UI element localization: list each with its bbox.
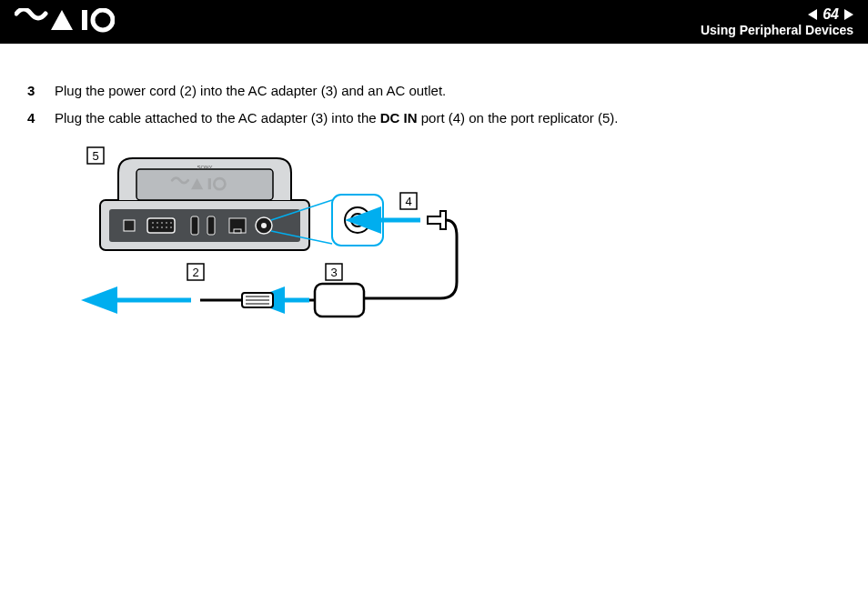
svg-point-25 xyxy=(356,218,359,222)
step-text: Plug the power cord (2) into the AC adap… xyxy=(55,80,446,102)
page-number: 64 xyxy=(823,6,839,23)
callout-5: 5 xyxy=(87,147,104,164)
step-text-bold: DC IN xyxy=(380,110,418,126)
vaio-logo xyxy=(15,8,115,35)
vaio-logo-icon xyxy=(15,8,115,35)
port-icon xyxy=(124,220,135,231)
svg-point-14 xyxy=(161,226,163,228)
svg-rect-3 xyxy=(136,169,273,200)
step-text-segment: Plug the power cord (2) into the AC adap… xyxy=(55,83,446,98)
callout-2: 2 xyxy=(187,264,204,280)
page-nav: 64 xyxy=(701,6,853,23)
svg-point-18 xyxy=(261,223,267,228)
diagram-svg: SONY xyxy=(64,146,482,346)
power-cord xyxy=(200,293,273,307)
usb-port-icon xyxy=(207,216,215,235)
svg-point-15 xyxy=(166,226,167,228)
svg-point-9 xyxy=(161,222,163,224)
step-number: 3 xyxy=(27,80,42,102)
step-number: 4 xyxy=(27,107,42,129)
step-text: Plug the cable attached to the AC adapte… xyxy=(55,107,619,129)
svg-rect-17 xyxy=(234,229,241,233)
callout-label: 3 xyxy=(330,266,337,279)
svg-point-7 xyxy=(152,222,154,224)
callout-4: 4 xyxy=(400,193,417,209)
step-3: 3 Plug the power cord (2) into the AC ad… xyxy=(27,80,841,102)
callout-3: 3 xyxy=(326,264,342,280)
header-bar: 64 Using Peripheral Devices xyxy=(0,0,868,44)
callout-label: 5 xyxy=(92,149,98,163)
svg-point-16 xyxy=(170,226,172,228)
section-title: Using Peripheral Devices xyxy=(701,23,853,37)
page-content: 3 Plug the power cord (2) into the AC ad… xyxy=(0,44,868,367)
svg-point-1 xyxy=(93,10,113,30)
svg-rect-0 xyxy=(82,10,87,30)
callout-label: 4 xyxy=(405,195,411,208)
device-brand: SONY xyxy=(197,165,212,170)
port-replicator: SONY xyxy=(100,158,309,250)
usb-port-icon xyxy=(191,216,198,235)
step-4: 4 Plug the cable attached to the AC adap… xyxy=(27,107,841,129)
step-text-segment: port (4) on the port replicator (5). xyxy=(418,110,619,126)
illustration: SONY xyxy=(64,146,841,349)
svg-point-8 xyxy=(156,222,158,224)
prev-page-icon[interactable] xyxy=(808,9,817,20)
dc-arrow xyxy=(373,211,457,298)
svg-point-13 xyxy=(156,226,158,228)
step-text-segment: Plug the cable attached to the AC adapte… xyxy=(55,110,380,126)
svg-rect-4 xyxy=(208,178,211,189)
svg-rect-28 xyxy=(315,284,364,317)
next-page-icon[interactable] xyxy=(844,9,853,20)
svg-point-12 xyxy=(152,226,154,228)
vga-port-icon xyxy=(147,218,175,233)
callout-label: 2 xyxy=(192,266,198,279)
svg-point-10 xyxy=(166,222,167,224)
svg-point-11 xyxy=(170,222,172,224)
